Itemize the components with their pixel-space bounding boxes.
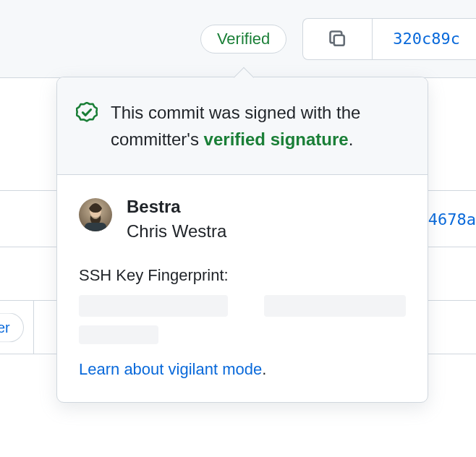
bg-partial-pill[interactable]: er: [0, 312, 24, 342]
commit-sha-text: 320c89c: [393, 30, 460, 48]
popover-header: This commit was signed with the committe…: [57, 77, 428, 175]
svg-rect-3: [85, 223, 106, 231]
signer-fullname: Chris Westra: [127, 221, 226, 242]
fingerprint-label: SSH Key Fingerprint:: [79, 266, 406, 285]
fingerprint-redacted-row: [79, 295, 406, 317]
copy-icon: [328, 29, 348, 49]
copy-sha-button[interactable]: [302, 18, 372, 60]
svg-rect-0: [334, 35, 344, 45]
verified-badge[interactable]: Verified: [200, 25, 286, 54]
popover-body: Bestra Chris Westra SSH Key Fingerprint:…: [57, 175, 428, 402]
fingerprint-redacted-1: [79, 295, 228, 317]
signer-names: Bestra Chris Westra: [127, 197, 226, 242]
period-2: .: [262, 360, 266, 378]
popover-message: This commit was signed with the committe…: [111, 99, 406, 153]
verified-shield-icon: [76, 99, 98, 153]
commit-header-bar: Verified 320c89c: [0, 0, 476, 78]
avatar[interactable]: [79, 198, 112, 231]
signer-row: Bestra Chris Westra: [79, 197, 406, 242]
commit-sha-link[interactable]: 320c89c: [372, 18, 476, 60]
verified-signature-link[interactable]: verified signature: [204, 129, 349, 149]
period: .: [349, 129, 354, 149]
signature-popover: This commit was signed with the committe…: [56, 77, 428, 403]
bg-sha-link[interactable]: 4678a: [428, 210, 476, 228]
sha-group: 320c89c: [302, 18, 476, 60]
verified-badge-label: Verified: [217, 30, 270, 48]
fingerprint-redacted-2: [264, 295, 406, 317]
learn-vigilant-mode-link[interactable]: Learn about vigilant mode.: [79, 360, 266, 379]
fingerprint-redacted-3: [79, 325, 158, 344]
cell-divider: [33, 301, 34, 354]
commit-header-actions: Verified 320c89c: [200, 18, 476, 60]
signer-login[interactable]: Bestra: [127, 197, 226, 217]
